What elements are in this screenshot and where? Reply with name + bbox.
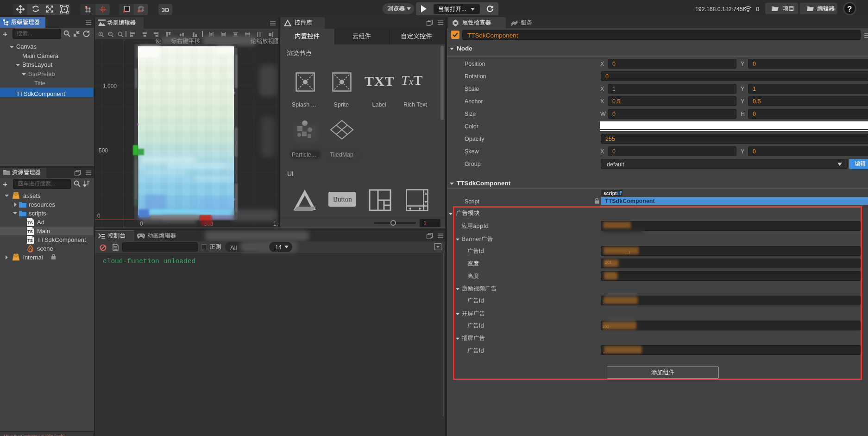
svg-text:TS: TS bbox=[27, 221, 33, 225]
svg-text:TS: TS bbox=[27, 238, 33, 243]
svg-text:TS: TS bbox=[27, 229, 33, 234]
